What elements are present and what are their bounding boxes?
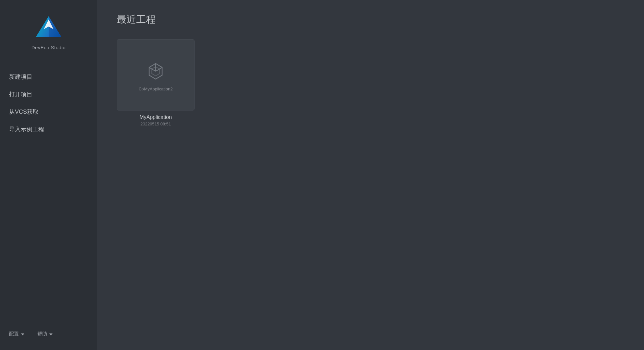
nav-import-sample[interactable]: 导入示例工程 [9,122,97,136]
main-content: 最近工程 C: [97,0,644,350]
nav-menu: 新建项目 打开项目 从VCS获取 导入示例工程 [0,70,97,331]
config-button[interactable]: 配置 [9,331,24,337]
nav-new-project[interactable]: 新建项目 [9,70,97,84]
sidebar-footer: 配置 帮助 [0,331,53,340]
project-name: MyApplication [139,114,172,120]
projects-grid: C:\MyApplication2 MyApplication 20220515… [117,39,625,126]
page-title: 最近工程 [117,13,625,26]
config-label: 配置 [9,331,19,337]
project-date: 20220515 08:51 [139,122,172,126]
project-icon [144,59,167,81]
logo-label: DevEco Studio [31,45,66,50]
project-meta: MyApplication 20220515 08:51 [139,114,172,126]
project-path: C:\MyApplication2 [136,87,176,91]
help-button[interactable]: 帮助 [37,331,53,337]
config-chevron-icon [21,333,24,335]
nav-open-project[interactable]: 打开项目 [9,87,97,101]
logo-area: DevEco Studio [0,10,97,50]
svg-line-5 [149,67,156,71]
nav-get-vcs[interactable]: 从VCS获取 [9,105,97,119]
sidebar: DevEco Studio 新建项目 打开项目 从VCS获取 导入示例工程 配置… [0,0,97,350]
project-item[interactable]: C:\MyApplication2 MyApplication 20220515… [117,39,195,126]
help-label: 帮助 [37,331,47,337]
deveco-logo-icon [32,13,65,42]
project-card[interactable]: C:\MyApplication2 [117,39,195,111]
svg-line-6 [156,67,162,71]
help-chevron-icon [49,333,53,335]
